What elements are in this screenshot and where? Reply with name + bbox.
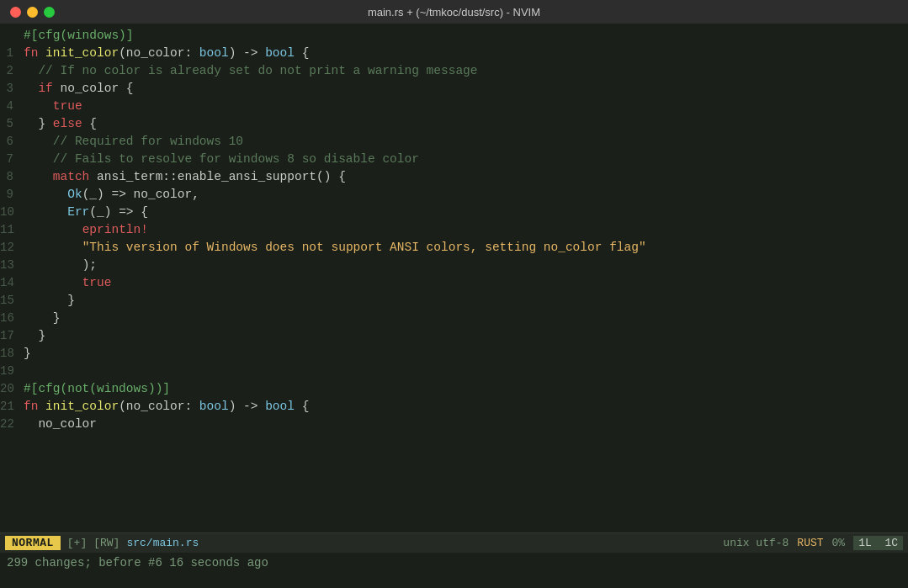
title-bar: main.rs + (~/tmkoc/dust/src) - NVIM — [0, 0, 908, 24]
line-content: } — [24, 310, 61, 327]
token: bool — [265, 46, 295, 60]
token: eprintln! — [82, 223, 148, 236]
line-content: if no_color { — [24, 80, 134, 98]
token: ansi_term::enable_ansi_support() { — [89, 170, 346, 183]
line-number: 13 — [0, 257, 24, 273]
token: } — [53, 311, 61, 325]
cmd-text: 299 changes; before #6 16 seconds ago — [7, 556, 268, 569]
encoding: unix utf-8 — [723, 537, 789, 549]
token: match — [53, 170, 90, 183]
code-line: 15 } — [0, 292, 908, 310]
modified-indicator: [+] — [67, 537, 87, 549]
token: else — [53, 117, 82, 130]
line-number: 22 — [0, 416, 24, 432]
line-content: } else { — [24, 115, 97, 133]
token: true — [82, 276, 112, 289]
token: } — [67, 294, 75, 307]
line-content: fn init_color(no_color: bool) -> bool { — [24, 45, 309, 62]
filetype: RUST — [797, 537, 823, 549]
line-content: Ok(_) => no_color, — [24, 186, 199, 204]
line-content: #[cfg(windows)] — [24, 27, 134, 45]
line-number: 8 — [0, 168, 24, 185]
token: } — [38, 329, 45, 342]
line-number: 15 — [0, 292, 24, 309]
line-number: 12 — [0, 239, 24, 256]
code-line: 9 Ok(_) => no_color, — [0, 186, 908, 204]
code-line: 18} — [0, 345, 908, 363]
line-col: 1L 1C — [853, 536, 903, 550]
token: #[cfg(windows)] — [24, 29, 134, 42]
rw-indicator: [RW] — [93, 537, 119, 549]
token: // Fails to resolve for windows 8 so dis… — [53, 152, 419, 166]
token: fn — [24, 46, 45, 60]
token: // If no color is already set do not pri… — [38, 64, 477, 77]
minimize-button[interactable] — [27, 7, 38, 18]
line-content: eprintln! — [24, 221, 148, 239]
line-content: } — [24, 327, 45, 345]
line-number: 16 — [0, 310, 24, 326]
token: } — [24, 347, 31, 360]
token: (_) => no_color, — [82, 188, 199, 201]
line-number: 4 — [0, 98, 24, 114]
code-line: 8 match ansi_term::enable_ansi_support()… — [0, 168, 908, 186]
token: if — [38, 82, 52, 95]
token: // Required for windows 10 — [53, 135, 243, 148]
mode-badge: NORMAL — [5, 536, 61, 550]
line-content: #[cfg(not(windows))] — [24, 380, 170, 398]
line-number: 19 — [0, 363, 24, 379]
line-content: "This version of Windows does not suppor… — [24, 239, 646, 257]
editor-area[interactable]: #[cfg(windows)]1fn init_color(no_color: … — [0, 24, 908, 532]
token: { — [295, 400, 309, 413]
line-number: 1 — [0, 45, 24, 61]
code-line: 7 // Fails to resolve for windows 8 so d… — [0, 151, 908, 168]
scroll-percent: 0% — [832, 537, 846, 549]
code-line: 19 — [0, 363, 908, 380]
token: bool — [199, 400, 229, 413]
line-number: 6 — [0, 133, 24, 150]
token: (_) => { — [89, 205, 148, 219]
line-content: // If no color is already set do not pri… — [24, 62, 478, 80]
line-number: 17 — [0, 327, 24, 344]
window-controls — [10, 7, 55, 18]
filename: src/main.rs — [126, 537, 199, 549]
token: "This version of Windows does not suppor… — [82, 241, 646, 254]
line-content: // Fails to resolve for windows 8 so dis… — [24, 151, 419, 168]
code-line: 22 no_color — [0, 416, 908, 433]
maximize-button[interactable] — [44, 7, 55, 18]
line-content: // Required for windows 10 — [24, 133, 243, 151]
token: true — [53, 99, 82, 113]
token: Err — [67, 205, 89, 219]
status-right: unix utf-8 RUST 0% 1L 1C — [723, 536, 903, 550]
cmd-line: 299 changes; before #6 16 seconds ago — [0, 553, 908, 573]
code-line: 20#[cfg(not(windows))] — [0, 380, 908, 398]
line-number: 18 — [0, 345, 24, 362]
token: #[cfg(not(windows))] — [24, 382, 170, 395]
token: ); — [82, 258, 97, 272]
line-content: fn init_color(no_color: bool) -> bool { — [24, 398, 309, 416]
token: ) -> — [229, 400, 266, 413]
line-number: 2 — [0, 62, 24, 79]
code-line: 13 ); — [0, 257, 908, 274]
status-bar: NORMAL [+] [RW] src/main.rs unix utf-8 R… — [0, 532, 908, 553]
close-button[interactable] — [10, 7, 21, 18]
line-number: 7 — [0, 151, 24, 167]
code-line: #[cfg(windows)] — [0, 27, 908, 45]
token: { — [82, 117, 97, 130]
line-number: 11 — [0, 221, 24, 238]
line-content: Err(_) => { — [24, 204, 148, 221]
code-line: 21fn init_color(no_color: bool) -> bool … — [0, 398, 908, 416]
code-line: 14 true — [0, 274, 908, 292]
code-line: 17 } — [0, 327, 908, 345]
code-line: 2 // If no color is already set do not p… — [0, 62, 908, 80]
line-content: ); — [24, 257, 97, 274]
token: (no_color: — [119, 46, 199, 60]
token: Ok — [67, 188, 82, 201]
token: bool — [199, 46, 229, 60]
line-content: no_color — [24, 416, 97, 433]
token: (no_color: — [119, 400, 199, 413]
line-content: true — [24, 274, 111, 292]
code-line: 10 Err(_) => { — [0, 204, 908, 221]
code-line: 1fn init_color(no_color: bool) -> bool { — [0, 45, 908, 62]
token: init_color — [45, 400, 119, 413]
line-number: 10 — [0, 204, 24, 220]
